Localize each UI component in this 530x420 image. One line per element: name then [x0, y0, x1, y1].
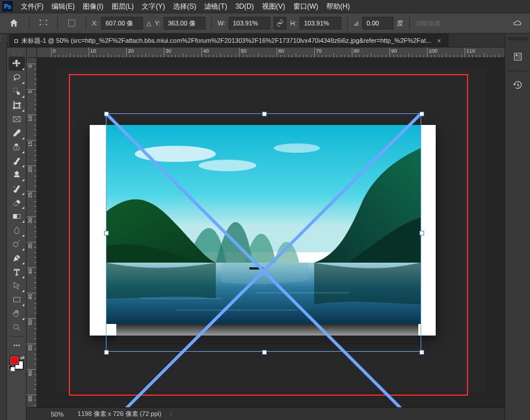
document-tabbar: 未标题-1 @ 50% (src=http_%2F%2Fattach.bbs.m…	[7, 34, 505, 47]
link-icon	[276, 19, 284, 27]
left-collapsed-panel[interactable]: ⋮⋮	[0, 34, 7, 420]
link-wh-button[interactable]	[274, 17, 286, 30]
default-colors-icon[interactable]	[9, 365, 14, 371]
angle-unit: 度	[397, 19, 403, 28]
dodge-tool[interactable]	[9, 237, 25, 251]
w-field[interactable]: 103.91%	[229, 17, 270, 30]
crop-tool[interactable]	[9, 98, 25, 112]
ruler-left-seg: 65	[27, 395, 37, 407]
menu-layer[interactable]: 图层(L)	[108, 1, 138, 13]
document-tab[interactable]: 未标题-1 @ 50% (src=http_%2F%2Fattach.bbs.m…	[9, 34, 448, 47]
gradient-tool[interactable]	[9, 209, 25, 223]
svg-point-24	[274, 143, 320, 153]
svg-rect-16	[13, 297, 20, 302]
svg-rect-14	[13, 215, 17, 219]
svg-rect-33	[516, 54, 517, 56]
ruler-left-seg: 20	[27, 165, 37, 191]
ruler-left-seg: 40	[27, 267, 37, 293]
x-field[interactable]: 607.00 像	[101, 17, 143, 30]
toolbox-grip-icon[interactable]: ⋮⋮	[10, 50, 24, 56]
svg-rect-5	[69, 20, 75, 27]
svg-rect-4	[46, 24, 47, 25]
menu-edit[interactable]: 编辑(E)	[48, 1, 78, 13]
menu-file[interactable]: 文件(F)	[17, 1, 47, 13]
frame-tool[interactable]	[9, 112, 25, 126]
svg-rect-2	[46, 20, 47, 21]
panel-grip-icon[interactable]	[507, 37, 528, 40]
close-tab-button[interactable]: ×	[435, 37, 443, 45]
separator	[211, 17, 212, 30]
zoom-level[interactable]: 50%	[32, 411, 69, 418]
ruler-left-seg: 25	[27, 191, 37, 216]
eraser-tool[interactable]	[9, 196, 25, 209]
menu-select[interactable]: 选择(S)	[170, 1, 200, 13]
svg-rect-0	[41, 20, 47, 24]
color-swatches[interactable]: ⇄	[9, 355, 25, 371]
svg-rect-32	[514, 53, 521, 60]
menu-type[interactable]: 文字(Y)	[138, 1, 168, 13]
options-bar: X: 607.00 像 △ Y: 363.00 像 W: 103.91% H: …	[0, 13, 530, 34]
ruler-left-seg: 0	[27, 64, 37, 89]
ruler-left-seg: 55	[27, 344, 37, 369]
quick-select-tool[interactable]	[9, 84, 25, 98]
eyedropper-tool[interactable]	[9, 126, 25, 140]
canvas-area[interactable]	[37, 58, 505, 407]
history-brush-tool[interactable]	[9, 182, 25, 196]
y-field[interactable]: 363.00 像	[164, 17, 205, 30]
menu-3d[interactable]: 3D(D)	[232, 1, 257, 12]
ruler-left-seg: 15	[27, 140, 37, 165]
learn-panel-icon[interactable]	[509, 49, 527, 65]
menu-view[interactable]: 视图(V)	[259, 1, 289, 13]
angle-field[interactable]: 0.00	[362, 17, 393, 30]
foreground-color[interactable]	[10, 356, 19, 365]
lasso-tool[interactable]	[9, 71, 25, 84]
brush-tool[interactable]	[9, 154, 25, 168]
menu-help[interactable]: 帮助(H)	[323, 1, 354, 13]
status-more-icon[interactable]: 〉	[170, 410, 176, 418]
transform-handles-icon[interactable]	[35, 17, 51, 30]
blur-tool[interactable]	[9, 223, 25, 237]
share-icon	[512, 18, 522, 28]
zoom-tool[interactable]	[9, 320, 25, 334]
menu-image[interactable]: 图像(I)	[79, 1, 106, 13]
shape-tool[interactable]	[9, 293, 25, 307]
swap-colors-icon[interactable]: ⇄	[20, 355, 25, 360]
svg-rect-3	[40, 24, 41, 25]
x-label: X:	[92, 20, 98, 27]
share-button[interactable]	[509, 17, 525, 30]
history-panel-icon[interactable]	[509, 77, 527, 93]
image-shadow	[116, 324, 418, 346]
status-bar: 50% 1198 像素 x 726 像素 (72 ppi) 〉	[27, 407, 505, 420]
clone-stamp-tool[interactable]	[9, 168, 25, 182]
right-collapsed-panels[interactable]	[505, 34, 530, 420]
document-title: 未标题-1 @ 50% (src=http_%2F%2Fattach.bbs.m…	[21, 36, 431, 45]
h-label: H:	[290, 20, 296, 27]
reference-point-icon[interactable]	[64, 17, 80, 30]
svg-point-20	[19, 345, 20, 346]
ruler-left-seg: 35	[27, 242, 37, 267]
doc-dimensions[interactable]: 1198 像素 x 726 像素 (72 ppi)	[78, 410, 161, 418]
toolbox: ⋮⋮	[7, 47, 27, 420]
w-label: W:	[218, 20, 225, 27]
menu-filter[interactable]: 滤镜(T)	[201, 1, 230, 13]
type-tool[interactable]	[9, 265, 25, 279]
ruler-vertical[interactable]: 05101520253035404550556065	[27, 58, 37, 407]
ruler-left-seg: 50	[27, 318, 37, 344]
separator	[29, 17, 30, 30]
ruler-left-seg: 60	[27, 369, 37, 395]
h-field[interactable]: 103.91%	[300, 17, 341, 30]
move-tool[interactable]	[9, 57, 25, 71]
pen-tool[interactable]	[9, 251, 25, 265]
ruler-horizontal[interactable]: 0102030405060708090100110	[37, 47, 505, 58]
image-layer[interactable]	[106, 125, 421, 324]
path-select-tool[interactable]	[9, 279, 25, 293]
edit-toolbar-button[interactable]	[9, 338, 25, 352]
toolbox-separator	[10, 336, 24, 337]
healing-brush-tool[interactable]	[9, 140, 25, 154]
delta-icon[interactable]: △	[146, 20, 151, 27]
hand-tool[interactable]	[9, 307, 25, 320]
menu-window[interactable]: 窗口(W)	[290, 1, 322, 13]
home-button[interactable]	[5, 16, 23, 31]
svg-point-23	[198, 160, 256, 171]
ruler-left-seg: 10	[27, 115, 37, 140]
